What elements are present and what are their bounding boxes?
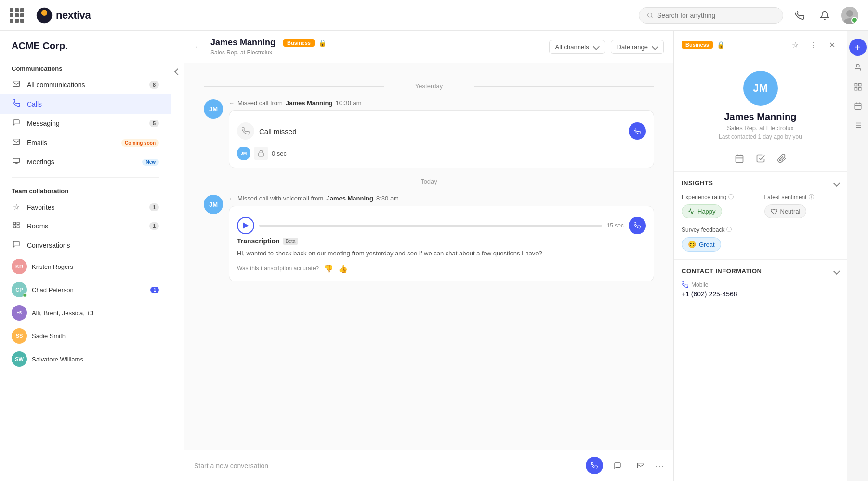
call-back-button-1[interactable] [629, 122, 646, 140]
notifications-icon-btn[interactable] [816, 7, 833, 24]
conversation-salvatore[interactable]: SW Salvatore Williams [0, 347, 171, 371]
date-range-filter[interactable]: Date range [611, 40, 664, 54]
rp-action-icons: ☆ ⋮ ✕ [788, 38, 839, 52]
audio-progress-bar[interactable] [259, 225, 602, 227]
survey-feedback-block: Survey feedback ⓘ 😊 Great [682, 226, 839, 252]
sidebar-divider [12, 177, 159, 178]
sidebar-item-messaging[interactable]: Messaging 5 [0, 114, 171, 133]
contact-info-chevron[interactable] [833, 267, 840, 274]
favorites-label: Favorites [27, 203, 144, 211]
contact-info-section: CONTACT INFORMATION Mobile +1 (602) 225-… [674, 259, 847, 311]
user-avatar[interactable] [841, 7, 858, 24]
svg-rect-13 [259, 153, 264, 156]
contact-avatar: JM [743, 71, 778, 106]
call-back-button-2[interactable] [629, 217, 646, 234]
thumbs-up-button[interactable]: 👍 [338, 264, 348, 273]
more-options-button[interactable]: ⋯ [655, 460, 664, 471]
more-button[interactable]: ⋮ [806, 38, 821, 52]
apps-icon[interactable] [10, 8, 24, 23]
call-input-button[interactable] [586, 457, 603, 474]
voicemail-from-label: Missed call with voicemail from [237, 195, 323, 202]
missed-call-bubble: Call missed JM 0 sec [229, 110, 654, 168]
svg-point-17 [856, 64, 859, 67]
fab-grid-icon[interactable] [850, 79, 866, 94]
avatar-initials-2: JM [209, 201, 218, 208]
svg-rect-21 [858, 88, 861, 90]
lock-icon: 🔒 [318, 39, 327, 47]
contact-attachment-icon[interactable] [777, 154, 787, 163]
transcription-title: Transcription [237, 237, 280, 245]
sidebar-item-calls[interactable]: Calls [0, 94, 171, 114]
sidebar-item-favorites[interactable]: ☆ Favorites 1 [0, 198, 171, 216]
top-navigation: nextiva [0, 0, 868, 31]
right-contact-panel: Business 🔒 ☆ ⋮ ✕ JM James Manning Sales … [673, 31, 847, 481]
kristen-name: Kristen Rogers [32, 263, 159, 270]
conversations-label: Conversations [27, 241, 159, 249]
date-range-label: Date range [617, 43, 648, 51]
chat-header-info: James Manning Business 🔒 Sales Rep. at E… [210, 38, 327, 56]
contact-tasks-icon[interactable] [756, 154, 765, 163]
svg-rect-15 [637, 463, 644, 468]
communications-title: Communications [0, 61, 171, 75]
contact-name: James Manning [682, 111, 839, 122]
back-button[interactable]: ← [194, 42, 203, 52]
play-button[interactable] [237, 217, 254, 234]
insights-section: INSIGHTS Experience rating ⓘ Happy [674, 172, 847, 259]
today-label: Today [421, 178, 437, 185]
thumbs-down-button[interactable]: 👎 [324, 264, 333, 273]
survey-help-icon: ⓘ [726, 226, 732, 233]
all-channels-label: All channels [555, 43, 589, 51]
sentiment-help-icon: ⓘ [809, 193, 814, 200]
close-button[interactable]: ✕ [825, 38, 839, 52]
sidebar-item-conversations[interactable]: Conversations [0, 236, 171, 255]
star-button[interactable]: ☆ [788, 38, 802, 52]
missed-call-from-label: Missed call from [237, 99, 283, 107]
fab-person-icon[interactable] [850, 60, 866, 75]
chad-avatar: CP [12, 282, 27, 297]
message-input-button[interactable] [609, 457, 626, 474]
conversations-icon [12, 240, 21, 250]
audio-duration: 15 sec [607, 222, 624, 229]
last-contacted: Last contacted 1 day ago by you [682, 134, 839, 140]
sidebar-item-all-communications[interactable]: All communications 8 [0, 75, 171, 94]
conversation-chad[interactable]: CP Chad Peterson 1 [0, 278, 171, 301]
business-tag: Business [283, 39, 315, 47]
chat-contact-name: James Manning [210, 38, 276, 48]
search-input[interactable] [657, 12, 775, 19]
new-conversation-placeholder: Start a new conversation [194, 462, 580, 469]
sidebar-toggle[interactable] [171, 31, 184, 481]
calls-icon [12, 99, 21, 109]
sidebar-item-meetings[interactable]: Meetings New [0, 152, 171, 172]
conversation-group[interactable]: +5 Alli, Brent, Jessica, +3 [0, 301, 171, 324]
email-input-button[interactable] [632, 457, 649, 474]
message-group-voicemail: JM ← Missed call with voicemail from Jam… [204, 195, 654, 281]
chad-badge: 1 [150, 287, 159, 293]
phone-icon-btn[interactable] [791, 7, 808, 24]
conversation-sadie[interactable]: SS Sadie Smith [0, 324, 171, 347]
sub-avatar-1: JM [237, 147, 250, 160]
fab-list-icon[interactable] [850, 118, 866, 133]
global-search[interactable] [639, 7, 783, 24]
experience-rating-block: Experience rating ⓘ Happy [682, 193, 757, 218]
add-button[interactable]: + [849, 39, 867, 56]
missed-call-row: Call missed [237, 119, 646, 144]
salvatore-name: Salvatore Williams [32, 356, 159, 363]
fab-calendar-icon[interactable] [850, 98, 866, 114]
meetings-label: Meetings [27, 158, 136, 166]
sidebar-item-rooms[interactable]: Rooms 1 [0, 216, 171, 236]
svg-marker-14 [243, 222, 249, 229]
beta-tag: Beta [283, 238, 299, 245]
svg-rect-18 [855, 83, 857, 86]
rooms-icon [12, 221, 21, 231]
all-channels-filter[interactable]: All channels [549, 40, 605, 54]
contact-profile: JM James Manning Sales Rep. at Electrolu… [674, 59, 847, 148]
contact-calendar-icon[interactable] [735, 154, 744, 163]
logo: nextiva [36, 7, 91, 24]
insights-title: INSIGHTS [682, 179, 839, 187]
svg-rect-22 [855, 103, 861, 110]
conversation-kristen[interactable]: KR Kristen Rogers [0, 255, 171, 278]
voicemail-player-row: 15 sec [237, 214, 646, 237]
rooms-badge: 1 [149, 222, 159, 230]
insights-chevron[interactable] [833, 179, 840, 186]
sidebar-item-emails[interactable]: Emails Coming soon [0, 133, 171, 152]
